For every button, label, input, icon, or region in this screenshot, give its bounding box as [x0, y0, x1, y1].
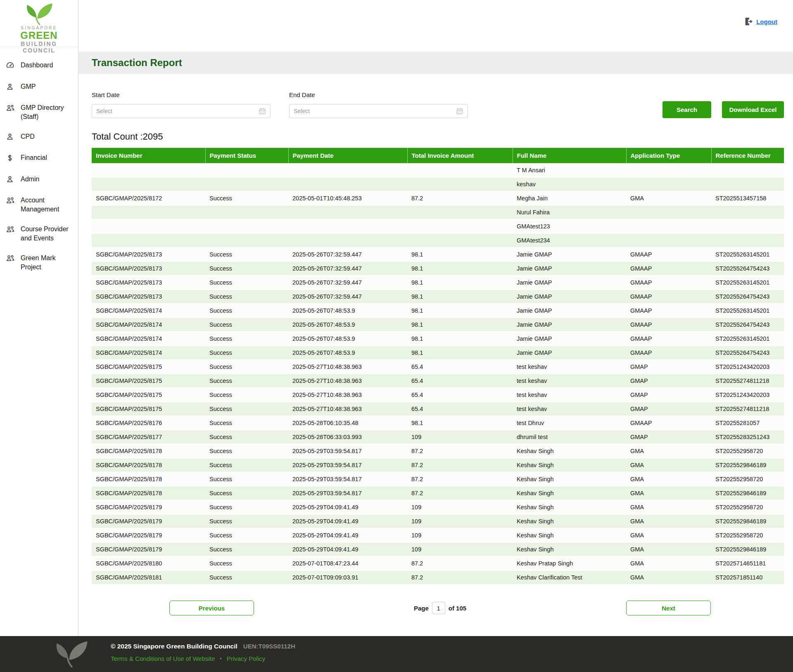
person-icon — [6, 133, 16, 142]
sidebar-item-course-provider-and-events[interactable]: Course Provider and Events — [0, 219, 78, 248]
sidebar-item-label: Account Management — [21, 196, 75, 214]
previous-page-button[interactable]: Previous — [169, 601, 254, 615]
table-row: SGBC/GMAP/2025/8176Success2025-05-28T06:… — [92, 416, 784, 430]
sidebar-item-gmp-directory-staff[interactable]: GMP Directory (Staff) — [0, 98, 78, 127]
cell-total-invoice-amount — [407, 233, 513, 247]
reference-number-link[interactable]: ST20255264754243 — [711, 318, 784, 332]
reference-number-link[interactable]: ST20255263145201 — [711, 304, 784, 318]
calendar-icon[interactable] — [259, 107, 266, 115]
reference-number-link[interactable]: ST2025529846189 — [711, 486, 784, 500]
page-number-input[interactable] — [432, 602, 445, 614]
cell-payment-status: Success — [205, 374, 288, 388]
download-excel-button[interactable]: Download Excel — [722, 101, 784, 118]
cell-invoice-number — [92, 233, 205, 247]
cell-total-invoice-amount — [407, 205, 513, 219]
sidebar-item-cpd[interactable]: CPD — [0, 127, 78, 148]
logo-line-building: BUILDING — [0, 40, 78, 47]
reference-number-link[interactable]: ST20255264754243 — [711, 346, 784, 360]
reference-number-link[interactable]: ST20255283251243 — [711, 430, 784, 444]
total-count-value: 2095 — [143, 131, 163, 142]
cell-total-invoice-amount: 98.1 — [407, 304, 513, 318]
reference-number-link[interactable]: ST20255263145201 — [711, 332, 784, 346]
reference-number-link[interactable]: ST20255263145201 — [711, 275, 784, 290]
cell-application-type: GMA — [626, 458, 711, 472]
sidebar-item-green-mark-project[interactable]: Green Mark Project — [0, 248, 78, 277]
end-date-input[interactable] — [294, 108, 456, 114]
pagination: Previous Page of 105 Next — [92, 601, 784, 615]
sidebar-item-dashboard[interactable]: Dashboard — [0, 55, 78, 77]
cell-full-name: Jamie GMAP — [513, 304, 626, 318]
reference-number-link[interactable]: ST202552958720 — [711, 500, 784, 514]
cell-total-invoice-amount: 65.4 — [407, 388, 513, 402]
start-date-field[interactable] — [92, 104, 271, 118]
cell-invoice-number: SGBC/GMAP/2025/8178 — [92, 458, 205, 472]
sidebar-item-admin[interactable]: Admin — [0, 169, 78, 190]
cell-total-invoice-amount: 98.1 — [407, 247, 513, 261]
reference-number-link[interactable]: ST20255264754243 — [711, 261, 784, 275]
table-row: SGBC/GMAP/2025/8174Success2025-05-26T07:… — [92, 346, 784, 360]
cell-full-name: test keshav — [513, 374, 626, 388]
cell-invoice-number — [92, 205, 205, 219]
start-date-label: Start Date — [92, 91, 271, 98]
start-date-group: Start Date — [92, 91, 271, 118]
table-header-row: Invoice NumberPayment StatusPayment Date… — [92, 148, 784, 163]
table-row: SGBC/GMAP/2025/8172Success2025-05-01T10:… — [92, 191, 784, 205]
cell-invoice-number: SGBC/GMAP/2025/8175 — [92, 374, 205, 388]
calendar-icon[interactable] — [456, 107, 463, 115]
app-root: SINGAPORE GREEN BUILDING COUNCIL Dashboa… — [0, 0, 793, 672]
logout-link[interactable]: Logout — [744, 17, 777, 26]
cell-payment-status: Success — [205, 542, 288, 556]
reference-number-link[interactable]: ST20255274811218 — [711, 402, 784, 416]
reference-number-link[interactable]: ST202571851140 — [711, 570, 784, 584]
cell-payment-date: 2025-05-29T03:59:54.817 — [288, 458, 407, 472]
end-date-field[interactable] — [289, 104, 468, 118]
sidebar-item-label: Course Provider and Events — [21, 225, 75, 243]
reference-number-link[interactable]: ST20255263145201 — [711, 247, 784, 261]
table-row: SGBC/GMAP/2025/8178Success2025-05-29T03:… — [92, 458, 784, 472]
reference-number-link[interactable]: ST20255274811218 — [711, 374, 784, 388]
sidebar-item-label: Admin — [21, 175, 75, 184]
cell-payment-status: Success — [205, 528, 288, 542]
cell-application-type — [626, 233, 711, 247]
cell-application-type: GMAAP — [626, 290, 711, 304]
terms-link[interactable]: Terms & Conditions of Use of Website — [111, 655, 215, 662]
next-page-button[interactable]: Next — [626, 601, 711, 615]
table-row: Nurul Fahira — [92, 205, 784, 219]
reference-number-link[interactable]: ST20255264754243 — [711, 290, 784, 304]
start-date-input[interactable] — [96, 108, 259, 114]
cell-total-invoice-amount: 98.1 — [407, 332, 513, 346]
cell-invoice-number — [92, 177, 205, 191]
reference-number-link[interactable]: ST2025529846189 — [711, 514, 784, 528]
sidebar-item-account-management[interactable]: Account Management — [0, 190, 78, 219]
table-row: SGBC/GMAP/2025/8178Success2025-05-29T03:… — [92, 472, 784, 486]
cell-application-type: GMA — [626, 191, 711, 205]
reference-number-link[interactable]: ST20251243420203 — [711, 388, 784, 402]
reference-number-link[interactable]: ST2025529846189 — [711, 542, 784, 556]
sidebar-item-label: CPD — [21, 132, 75, 141]
cell-payment-status — [205, 219, 288, 233]
reference-number-link[interactable]: ST202552958720 — [711, 444, 784, 458]
cell-payment-date — [288, 177, 407, 191]
reference-number-link[interactable]: ST20251243420203 — [711, 360, 784, 374]
privacy-link[interactable]: Privacy Policy — [227, 655, 265, 662]
cell-payment-status: Success — [205, 500, 288, 514]
sidebar-item-financial[interactable]: Financial — [0, 148, 78, 169]
reference-number-link[interactable]: ST20255281057 — [711, 416, 784, 430]
table-row: GMAtest123 — [92, 219, 784, 233]
reference-number-link[interactable]: ST2025529846189 — [711, 458, 784, 472]
reference-number-link[interactable]: ST202552958720 — [711, 528, 784, 542]
search-button[interactable]: Search — [662, 101, 711, 118]
cell-payment-status: Success — [205, 458, 288, 472]
cell-invoice-number: SGBC/GMAP/2025/8177 — [92, 430, 205, 444]
cell-payment-status: Success — [205, 346, 288, 360]
reference-number-link[interactable]: ST202552958720 — [711, 472, 784, 486]
reference-number-link[interactable]: ST2025714651181 — [711, 556, 784, 570]
cell-application-type — [626, 177, 711, 191]
cell-invoice-number: SGBC/GMAP/2025/8179 — [92, 514, 205, 528]
cell-payment-date: 2025-05-29T04:09:41.49 — [288, 528, 407, 542]
reference-number-link[interactable]: ST2025513457158 — [711, 191, 784, 205]
cell-total-invoice-amount: 98.1 — [407, 318, 513, 332]
cell-invoice-number: SGBC/GMAP/2025/8179 — [92, 500, 205, 514]
cell-invoice-number: SGBC/GMAP/2025/8173 — [92, 290, 205, 304]
sidebar-item-gmp[interactable]: GMP — [0, 77, 78, 98]
